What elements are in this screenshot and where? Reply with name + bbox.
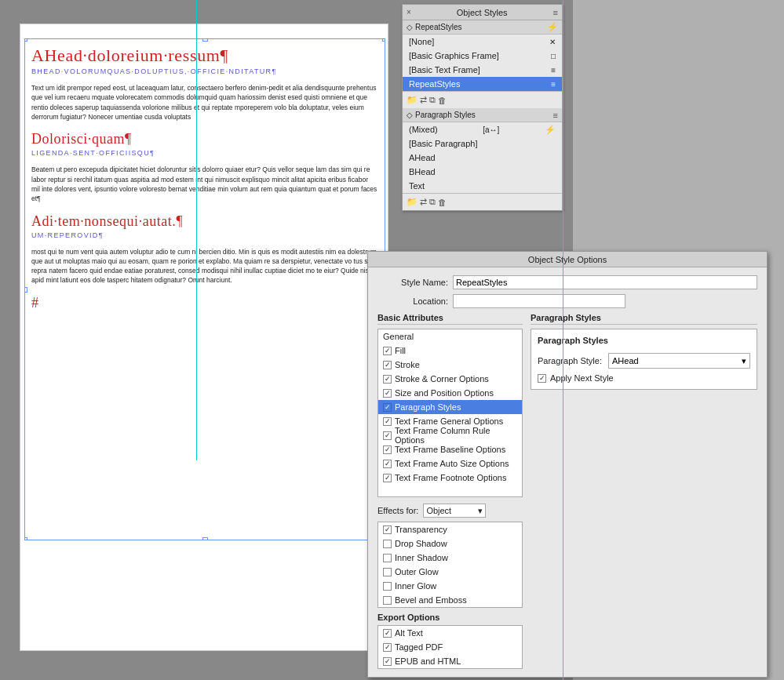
graphics-icon: □ [551,52,556,60]
effects-dropdown-arrow: ▾ [478,506,483,516]
export-epub-html[interactable]: EPUB and HTML [378,654,522,668]
attr-tf-footnote[interactable]: Text Frame Footnote Options [378,471,522,485]
para-lightning-icon: ⚡ [545,125,556,135]
para-basic-paragraph[interactable]: [Basic Paragraph] [403,136,562,151]
handle-tr[interactable] [382,38,385,42]
tf-autosize-checkbox[interactable] [383,460,392,468]
effects-for-select[interactable]: Object ▾ [423,504,486,518]
outer-glow-checkbox[interactable] [383,568,392,576]
tf-footnote-checkbox[interactable] [383,474,392,482]
tf-baseline-checkbox[interactable] [383,445,392,454]
text-frame[interactable]: AHead·doloreium·ressum¶ BHEAD·VOLORUMQUA… [24,38,385,540]
style-name-label: Style Name: [377,278,448,287]
effects-for-value: Object [426,506,451,515]
para-ahead[interactable]: AHead [403,151,562,165]
bevel-emboss-checkbox[interactable] [383,596,392,605]
export-header: Export Options [377,613,523,622]
handle-bm[interactable] [202,537,208,540]
style-item-none[interactable]: [None] ✕ [403,35,562,49]
document-page: AHead·doloreium·ressum¶ BHEAD·VOLORUMQUA… [20,24,388,651]
panel-menu-button[interactable]: ≡ [553,8,558,17]
alt-text-label: Alt Text [395,628,423,638]
handle-ml[interactable] [24,287,27,293]
style-item-basic-graphics[interactable]: [Basic Graphics Frame] □ [403,49,562,63]
para-styles-checkbox[interactable] [383,403,392,412]
attr-paragraph-styles[interactable]: Paragraph Styles [378,400,522,414]
stroke-checkbox[interactable] [383,361,392,369]
mixed-label: (Mixed) [409,125,438,134]
epub-html-label: EPUB and HTML [395,656,461,666]
close-button[interactable]: × [407,8,411,16]
shortcut-label: [a↔] [483,125,499,134]
para-styles-section-header: ◇ Paragraph Styles ≡ [403,108,562,122]
effects-for-label: Effects for: [377,506,418,515]
attr-tf-autosize[interactable]: Text Frame Auto Size Options [378,456,522,471]
basic-attributes-header: Basic Attributes [377,313,523,325]
inner-glow-checkbox[interactable] [383,582,392,591]
location-input[interactable] [453,294,625,308]
dialog-body: Style Name: Location: Basic Attributes G… [368,267,767,677]
para-mixed-row[interactable]: (Mixed) [a↔] ⚡ [403,122,562,136]
paragraph-style-value: AHead [612,356,639,365]
para-select-arrow: ▾ [742,356,746,366]
attr-tf-column[interactable]: Text Frame Column Rule Options [378,428,522,442]
para-text[interactable]: Text [403,179,562,193]
export-alt-text[interactable]: Alt Text [378,626,522,640]
duplicate-icon[interactable]: ⧉ [429,95,436,105]
apply-next-row: Apply Next Style [538,373,750,383]
effect-inner-glow[interactable]: Inner Glow [378,579,522,593]
subheading-um: UM·REPEROVID¶ [31,231,378,239]
attr-stroke[interactable]: Stroke [378,358,522,372]
para-bhead[interactable]: BHead [403,165,562,179]
apply-next-checkbox[interactable] [538,374,546,383]
effect-drop-shadow[interactable]: Drop Shadow [378,536,522,551]
paragraph-style-select[interactable]: AHead ▾ [608,353,750,369]
tagged-pdf-label: Tagged PDF [395,642,443,652]
inner-shadow-label: Inner Shadow [395,553,448,562]
para-duplicate-icon[interactable]: ⧉ [429,197,436,207]
para-delete-icon[interactable]: 🗑 [438,198,447,207]
attr-general-header: General [378,329,522,344]
para-folder-icon[interactable]: 📁 [407,197,418,207]
effect-inner-shadow[interactable]: Inner Shadow [378,551,522,565]
attr-list[interactable]: General Fill Stroke Stroke & Corner O [377,329,523,497]
attr-size-position[interactable]: Size and Position Options [378,386,522,400]
style-item-basic-text[interactable]: [Basic Text Frame] ≡ [403,63,562,77]
handle-tm[interactable] [202,38,208,42]
para-styles-column-header: Paragraph Styles [531,313,757,325]
delete-icon[interactable]: 🗑 [438,96,447,105]
heading-dolorisci: Dolorisci·quam¶ [31,131,378,147]
effect-transparency[interactable]: Transparency [378,522,522,536]
attr-stroke-corner[interactable]: Stroke & Corner Options [378,372,522,386]
link-icon[interactable]: ⇄ [420,95,427,105]
size-position-checkbox[interactable] [383,389,392,398]
tagged-pdf-checkbox[interactable] [383,643,392,652]
dialog-titlebar: Object Style Options [368,252,767,267]
object-styles-title: Object Styles [457,8,508,17]
fill-checkbox[interactable] [383,347,392,355]
effect-bevel-emboss[interactable]: Bevel and Emboss [378,593,522,607]
body-text-3: most qui te num vent quia autem voluptur… [31,247,378,285]
stroke-corner-checkbox[interactable] [383,375,392,384]
none-x-icon: ✕ [549,38,556,46]
drop-shadow-checkbox[interactable] [383,540,392,548]
style-name-input[interactable] [453,275,757,289]
para-menu-button[interactable]: ≡ [553,111,558,120]
transparency-checkbox[interactable] [383,525,392,534]
export-tagged-pdf[interactable]: Tagged PDF [378,640,522,654]
alt-text-checkbox[interactable] [383,629,392,638]
style-item-repeat-styles[interactable]: RepeatStyles ≡ [403,77,562,91]
handle-bl[interactable] [24,537,27,540]
inner-shadow-checkbox[interactable] [383,554,392,562]
para-link-icon[interactable]: ⇄ [420,197,427,207]
subheading-ligenda: LIGENDA·SENT·OFFICIISQU¶ [31,149,378,157]
attr-fill[interactable]: Fill [378,344,522,358]
tf-column-checkbox[interactable] [383,431,392,440]
tf-general-checkbox[interactable] [383,417,392,426]
attr-tf-baseline[interactable]: Text Frame Baseline Options [378,442,522,456]
folder-icon[interactable]: 📁 [407,95,418,105]
stroke-corner-label: Stroke & Corner Options [395,374,489,384]
epub-html-checkbox[interactable] [383,657,392,666]
handle-tl[interactable] [24,38,27,42]
effect-outer-glow[interactable]: Outer Glow [378,565,522,579]
